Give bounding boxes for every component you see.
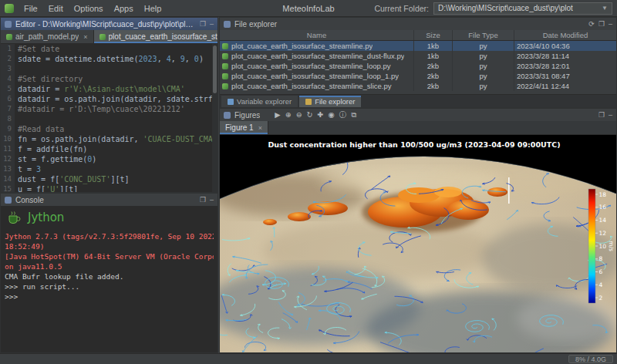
tab-label: air_path_model.py [15, 32, 79, 41]
menu-apps[interactable]: Apps [109, 2, 139, 15]
scrollbar-thumb[interactable] [213, 46, 217, 93]
restore-icon[interactable]: ❐ [200, 18, 206, 30]
file-name: plot_cuace_earth_isosurface_streamline_l… [231, 62, 391, 70]
code-text: st = f.gettime(0) [15, 154, 96, 164]
rotate-icon[interactable]: ↻ [307, 109, 313, 121]
code-editor[interactable]: 1#Set date2sdate = datetime.datetime(202… [1, 44, 212, 192]
minimize-icon[interactable]: – [609, 109, 612, 121]
column-header[interactable]: File Type [453, 30, 514, 40]
file-explorer-title: File explorer [234, 20, 585, 29]
column-header[interactable]: Date Modified [514, 30, 616, 40]
figures-panel-icon [224, 112, 231, 119]
statusbar: 8% / 4.0G [0, 353, 617, 364]
figures-panel-header[interactable]: Figures ▶⊕⊖↻✚◉ⓘ⧉ ❐– [220, 109, 616, 121]
file-row[interactable]: plot_cuace_earth_isosurface_streamline_s… [220, 81, 616, 91]
py-file-icon [222, 53, 228, 59]
minimize-icon[interactable]: – [210, 194, 214, 206]
zoom-in-icon[interactable]: ⊕ [285, 109, 292, 121]
py-file-icon [222, 83, 228, 89]
jython-banner-text: Jython [28, 213, 64, 223]
editor-panel-header[interactable]: Editor - D:\Working\MIScript\cuace_dust\… [1, 18, 217, 30]
identify-icon[interactable]: ⓘ [339, 109, 347, 121]
memory-indicator[interactable]: 8% / 4.0G [568, 355, 613, 363]
line-number: 6 [1, 94, 15, 104]
file-date-cell: 2023/3/28 12:01 [514, 61, 616, 71]
meteoinfolab-window: FileEditOptionsAppsHelp MeteoInfoLab Cur… [0, 0, 617, 364]
restore-icon[interactable]: ❐ [200, 194, 206, 206]
code-line: 12st = f.gettime(0) [1, 154, 212, 164]
restore-icon[interactable]: ❐ [598, 18, 605, 30]
code-text: dust = f['CONC_DUST'][t] [15, 174, 130, 184]
code-text: #Set directory [15, 74, 83, 84]
file-explorer-controls: ⟳❐– [588, 18, 612, 30]
figures-panel-title: Figures [234, 111, 260, 120]
file-size-cell: 2kb [414, 71, 453, 81]
zoom-out-icon[interactable]: ⊖ [296, 109, 302, 121]
console-line: [Java HotSpot(TM) 64-Bit Server VM (Orac… [5, 251, 214, 261]
file-type-cell: py [453, 71, 514, 81]
code-line: 15u = f['U'][t] [1, 184, 212, 192]
line-number: 14 [1, 174, 15, 184]
globe-icon[interactable]: ◉ [329, 109, 335, 121]
panel-tab-file-explorer[interactable]: File explorer [299, 96, 361, 107]
line-number: 3 [1, 64, 15, 74]
console-line: Jython 2.7.3 (tags/v2.7.3:5f29801fe, Sep… [5, 231, 214, 241]
file-row[interactable]: plot_cuace_earth_isosurface_streamline.p… [220, 41, 616, 51]
line-number: 9 [1, 124, 15, 134]
code-line: 6datadir = os.path.join(datadir, sdate.s… [1, 94, 212, 104]
cursor-icon[interactable]: ▶ [275, 109, 280, 121]
menu-file[interactable]: File [19, 2, 43, 15]
code-text: #Read data [15, 124, 64, 134]
figure-toolbar: ▶⊕⊖↻✚◉ⓘ⧉ [275, 109, 356, 121]
code-line: 14dust = f['CONC_DUST'][t] [1, 174, 212, 184]
tab-label: plot_cuace_earth_isosurface_streamline.p… [109, 32, 218, 41]
svg-text:16: 16 [599, 204, 607, 211]
svg-text:4: 4 [599, 281, 603, 288]
file-explorer-panel-icon [224, 21, 231, 28]
colorbar-label: m/s [608, 241, 615, 251]
console-output[interactable]: Jython Jython 2.7.3 (tags/v2.7.3:5f29801… [1, 206, 217, 352]
editor-tab[interactable]: plot_cuace_earth_isosurface_streamline.p… [94, 30, 218, 43]
minimize-icon[interactable]: – [210, 18, 214, 30]
file-date-cell: 2022/4/11 12:44 [514, 81, 616, 91]
current-folder-value: D:\Working\MIScript\cuace_dust\py\plot [438, 4, 573, 12]
editor-scrollbar[interactable] [212, 44, 217, 192]
editor-tab-bar: air_path_model.py×plot_cuace_earth_isosu… [1, 30, 217, 44]
restore-icon[interactable]: ❐ [598, 109, 605, 121]
figure-canvas[interactable]: Dust concentration higher than 100/500 u… [220, 135, 617, 353]
file-explorer-header[interactable]: File explorer ⟳❐– [220, 18, 616, 30]
svg-text:18: 18 [599, 191, 607, 198]
file-row[interactable]: plot_cuace_earth_isosurface_streamline_d… [220, 51, 616, 61]
menu-options[interactable]: Options [69, 2, 109, 15]
minimize-icon[interactable]: – [609, 18, 612, 30]
tab-close-icon[interactable]: × [83, 33, 87, 41]
code-text: #datadir = r'D:\Temp\cuace\20221212' [15, 104, 185, 114]
code-text [15, 64, 18, 74]
menu-items: FileEditOptionsAppsHelp [19, 2, 167, 15]
explorer-bottom-tabs: Variable explorerFile explorer [220, 94, 616, 107]
file-explorer-panel: File explorer ⟳❐– NameSizeFile TypeDate … [219, 17, 617, 108]
file-size-cell: 2kb [414, 81, 453, 91]
menu-help[interactable]: Help [139, 2, 167, 15]
menu-edit[interactable]: Edit [43, 2, 69, 15]
pan-icon[interactable]: ✚ [318, 109, 324, 121]
column-header[interactable]: Name [220, 30, 414, 40]
line-number: 8 [1, 114, 15, 124]
column-header[interactable]: Size [414, 30, 453, 40]
editor-panel-controls: ❐– [200, 18, 214, 30]
file-row[interactable]: plot_cuace_earth_isosurface_streamline_l… [220, 61, 616, 71]
file-type-cell: py [453, 81, 514, 91]
code-text [15, 114, 18, 124]
refresh-icon[interactable]: ⟳ [588, 18, 595, 30]
marker-streak [508, 177, 510, 204]
console-line: 18:52:49) [5, 241, 214, 251]
folder-icon [305, 99, 312, 105]
editor-tab[interactable]: air_path_model.py× [1, 30, 94, 43]
full-extent-icon[interactable]: ⧉ [351, 109, 356, 121]
panel-tab-variable-explorer[interactable]: Variable explorer [221, 96, 298, 107]
file-row[interactable]: plot_cuace_earth_isosurface_streamline_l… [220, 71, 616, 81]
current-folder-combobox[interactable]: D:\Working\MIScript\cuace_dust\py\plot ▼ [433, 2, 612, 15]
figure-tab[interactable]: Figure 1 × [220, 121, 268, 134]
tab-close-icon[interactable]: × [258, 124, 262, 132]
console-panel-header[interactable]: Console ❐– [1, 194, 217, 206]
